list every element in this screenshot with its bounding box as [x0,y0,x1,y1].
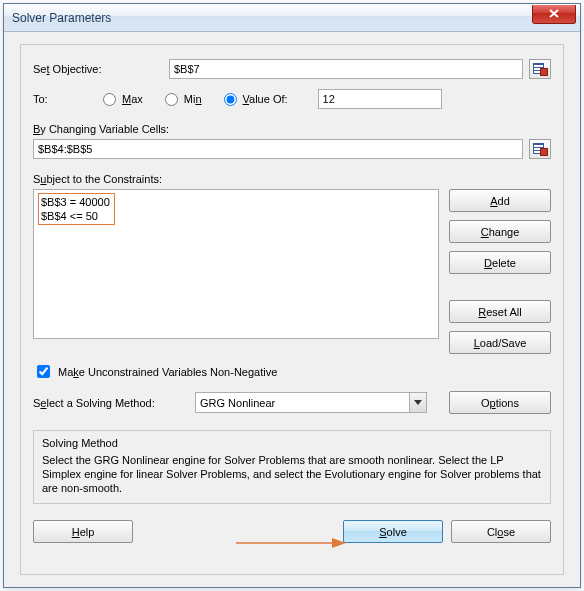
dialog-content: Set Objective: To: Max Min Value Of: [4,32,580,587]
changing-ref-button[interactable] [529,139,551,159]
changing-cells-label: By Changing Variable Cells: [33,123,551,135]
radio-min[interactable]: Min [165,93,202,106]
constraints-list[interactable]: $B$3 = 40000 $B$4 <= 50 [33,189,439,339]
changing-cells-input[interactable] [33,139,523,159]
method-select[interactable]: GRG Nonlinear [195,392,427,413]
constraints-label: Subject to the Constraints: [33,173,551,185]
main-panel: Set Objective: To: Max Min Value Of: [20,44,564,575]
to-label: To: [33,93,81,105]
solve-button[interactable]: Solve [343,520,443,543]
delete-button[interactable]: Delete [449,251,551,274]
radio-valueof[interactable]: Value Of: [224,93,288,106]
chevron-down-icon [409,393,426,412]
arrow-annotation [236,536,346,550]
info-title: Solving Method [42,437,542,449]
change-button[interactable]: Change [449,220,551,243]
solver-dialog: Solver Parameters Set Objective: To: Max [3,3,581,588]
method-label: Select a Solving Method: [33,397,189,409]
objective-input[interactable] [169,59,523,79]
titlebar[interactable]: Solver Parameters [4,4,580,32]
load-save-button[interactable]: Load/Save [449,331,551,354]
constraint-item[interactable]: $B$3 = 40000 [41,195,110,209]
objective-ref-button[interactable] [529,59,551,79]
window-title: Solver Parameters [12,11,532,25]
add-button[interactable]: Add [449,189,551,212]
help-button[interactable]: Help [33,520,133,543]
reset-all-button[interactable]: Reset All [449,300,551,323]
radio-max[interactable]: Max [103,93,143,106]
set-objective-label: Set Objective: [33,63,163,75]
valueof-input[interactable] [318,89,442,109]
solving-method-info: Solving Method Select the GRG Nonlinear … [33,430,551,504]
nonneg-checkbox[interactable]: Make Unconstrained Variables Non-Negativ… [33,362,551,381]
close-icon[interactable] [532,5,576,24]
options-button[interactable]: Options [449,391,551,414]
constraint-buttons: Add Change Delete Reset All Load/Save [449,189,551,354]
constraints-highlight: $B$3 = 40000 $B$4 <= 50 [38,193,115,225]
constraint-item[interactable]: $B$4 <= 50 [41,209,110,223]
range-select-icon [533,63,547,75]
dialog-footer: Help Solve Close [33,520,551,543]
info-text: Select the GRG Nonlinear engine for Solv… [42,453,542,495]
range-select-icon [533,143,547,155]
close-button[interactable]: Close [451,520,551,543]
